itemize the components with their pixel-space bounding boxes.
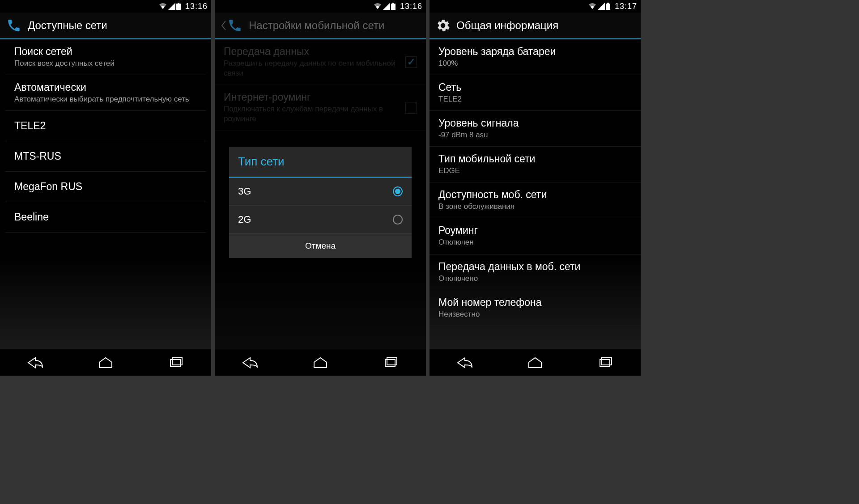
home-button[interactable]	[88, 356, 123, 369]
item-title: Тип мобильной сети	[438, 153, 632, 165]
item-value: Отключен	[438, 237, 632, 247]
status-bar: 13:16	[215, 0, 426, 13]
battery-icon	[391, 3, 395, 10]
svg-rect-4	[391, 4, 395, 10]
content-area: Передача данных Разрешить передачу данны…	[215, 39, 426, 349]
recent-button[interactable]	[373, 356, 408, 369]
network-mts[interactable]: MTS-RUS	[5, 141, 206, 172]
home-button[interactable]	[517, 356, 553, 369]
recent-button[interactable]	[587, 356, 623, 369]
signal-icon	[383, 3, 390, 10]
status-time: 13:17	[615, 2, 637, 11]
chevron-left-icon	[221, 20, 226, 31]
item-title: Автоматически	[14, 81, 197, 93]
battery-icon	[606, 3, 610, 10]
option-label: 3G	[238, 186, 251, 197]
back-button[interactable]	[447, 356, 483, 369]
phone-number-item[interactable]: Мой номер телефона Неизвестно	[430, 290, 641, 326]
option-label: 2G	[238, 214, 251, 225]
item-title: Передача данных в моб. сети	[438, 261, 632, 273]
status-time: 13:16	[400, 2, 422, 11]
header-title: Доступные сети	[28, 19, 107, 32]
item-value: -97 dBm 8 asu	[438, 130, 632, 140]
item-subtitle: Автоматически выбирать предпочтительную …	[14, 94, 197, 104]
item-title: Уровень сигнала	[438, 117, 632, 129]
signal-icon	[168, 3, 175, 10]
search-networks-item[interactable]: Поиск сетей Поиск всех доступных сетей	[5, 39, 206, 75]
header-title: Настройки мобильной сети	[249, 19, 384, 32]
back-button[interactable]	[17, 356, 53, 369]
phone-icon	[227, 18, 242, 33]
item-value: В зоне обслуживания	[438, 202, 632, 212]
radio-selected	[393, 186, 403, 196]
signal-icon	[598, 3, 605, 10]
item-value: Неизвестно	[438, 309, 632, 319]
network-item[interactable]: Сеть TELE2	[430, 75, 641, 111]
network-tele2[interactable]: TELE2	[5, 111, 206, 141]
svg-rect-9	[607, 3, 609, 4]
phone-icon	[6, 18, 21, 33]
network-beeline[interactable]: Beeline	[5, 202, 206, 233]
item-value: Отключено	[438, 274, 632, 284]
mobile-network-type-item[interactable]: Тип мобильной сети EDGE	[430, 147, 641, 182]
navigation-bar	[430, 349, 641, 376]
content-list: Поиск сетей Поиск всех доступных сетей А…	[0, 39, 211, 349]
item-title: Уровень заряда батареи	[438, 46, 632, 58]
recent-button[interactable]	[158, 356, 194, 369]
header-title: Общая информация	[456, 19, 558, 32]
battery-icon	[176, 3, 181, 10]
status-time: 13:16	[185, 2, 208, 11]
dialog-title: Тип сети	[229, 147, 412, 178]
status-icons	[158, 3, 181, 10]
header: Общая информация	[430, 13, 641, 39]
phone-screen-general-info: 13:17 Общая информация Уровень заряда ба…	[430, 0, 641, 376]
status-bar: 13:16	[0, 0, 211, 13]
mobile-data-item[interactable]: Передача данных в моб. сети Отключено	[430, 254, 641, 290]
svg-rect-8	[606, 4, 610, 10]
signal-level-item[interactable]: Уровень сигнала -97 dBm 8 asu	[430, 111, 641, 147]
item-title: Поиск сетей	[14, 46, 197, 58]
option-2g[interactable]: 2G	[229, 206, 412, 234]
content-list: Уровень заряда батареи 100% Сеть TELE2 У…	[430, 39, 641, 349]
svg-rect-0	[176, 4, 181, 10]
status-icons	[588, 3, 610, 10]
item-value: EDGE	[438, 166, 632, 176]
item-title: Сеть	[438, 81, 632, 93]
gear-icon	[436, 18, 450, 33]
navigation-bar	[215, 349, 426, 376]
phone-screen-available-networks: 13:16 Доступные сети Поиск сетей Поиск в…	[0, 0, 211, 376]
radio-unselected	[393, 215, 403, 224]
network-availability-item[interactable]: Доступность моб. сети В зоне обслуживани…	[430, 182, 641, 218]
item-title: Роуминг	[438, 224, 632, 237]
status-bar: 13:17	[430, 0, 641, 13]
wifi-icon	[158, 3, 167, 10]
wifi-icon	[373, 3, 382, 10]
item-value: TELE2	[438, 94, 632, 104]
network-type-dialog: Тип сети 3G 2G Отмена	[229, 147, 412, 258]
svg-rect-5	[392, 3, 394, 4]
back-with-icon[interactable]	[221, 18, 242, 33]
network-megafon[interactable]: MegaFon RUS	[5, 172, 206, 202]
header: Доступные сети	[0, 13, 211, 39]
item-title: Мой номер телефона	[438, 296, 632, 309]
item-title: Доступность моб. сети	[438, 189, 632, 201]
status-icons	[373, 3, 395, 10]
auto-select-item[interactable]: Автоматически Автоматически выбирать пре…	[5, 75, 206, 111]
item-value: 100%	[438, 59, 632, 68]
dialog-overlay[interactable]: Тип сети 3G 2G Отмена	[215, 39, 426, 349]
item-subtitle: Поиск всех доступных сетей	[14, 59, 197, 68]
svg-rect-1	[178, 3, 179, 4]
phone-screen-mobile-network-settings: 13:16 Настройки мобильной сети Передача …	[215, 0, 426, 376]
roaming-status-item[interactable]: Роуминг Отключен	[430, 218, 641, 254]
battery-level-item[interactable]: Уровень заряда батареи 100%	[430, 39, 641, 75]
option-3g[interactable]: 3G	[229, 178, 412, 206]
home-button[interactable]	[302, 356, 338, 369]
navigation-bar	[0, 349, 211, 376]
header: Настройки мобильной сети	[215, 13, 426, 39]
cancel-button[interactable]: Отмена	[229, 234, 412, 258]
back-button[interactable]	[232, 356, 268, 369]
wifi-icon	[588, 3, 597, 10]
